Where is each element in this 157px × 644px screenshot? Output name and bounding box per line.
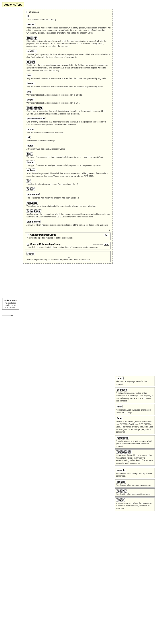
attr-item-significance: significance A qualifier which indicates…: [25, 220, 111, 226]
attr-name-creator: creator: [26, 23, 35, 26]
attr-name-id: id: [26, 15, 30, 18]
connector-arrow-icon: ▶: [109, 229, 111, 231]
attr-name-custom: custom: [26, 60, 36, 64]
attr-desc-howuri: A QCode which means the value was extrac…: [26, 86, 111, 88]
attr-desc-id: The local identifier of the property.: [26, 18, 111, 21]
right-item-remoteinfo-desc: A link to an item in a web resource whic…: [116, 440, 153, 448]
attr-item-uri: uri A URI which identifies a concept.: [25, 136, 111, 142]
right-item-note: note Additional natural language informa…: [115, 404, 155, 415]
concept-rel-label: ConceptRelationshipsGroup: [30, 243, 61, 246]
attr-item-confidence: confidence The confidence with which the…: [25, 193, 111, 200]
attr-item-xmllang: xmllang Specifies the language of this a…: [25, 168, 111, 178]
attr-name-significance: significance: [26, 220, 41, 224]
attributes-icon: ≡: [25, 11, 28, 13]
right-upper-spacer: name The natural language name for the c…: [115, 376, 155, 511]
right-item-remoteinfo-label: remoteInfo: [116, 436, 129, 440]
right-item-broader-desc: An identifier of a more generic concept.: [116, 484, 153, 486]
concept-def-group-title: ≡ ConceptDefinitionGroup ── ── ── 0..∞: [27, 234, 109, 236]
page-container: AudienceType extAudience An excluded aud…: [0, 0, 157, 644]
attr-desc-pubconstrainturi: One or many constraints that apply to pu…: [26, 121, 111, 126]
attr-item-whyuri: whyuri Why the metadata has been include…: [25, 98, 111, 104]
right-item-name-desc: The natural language name for the concep…: [116, 380, 153, 386]
concept-rel-box-icon2: 0..∞: [104, 243, 109, 246]
right-item-related-label: related: [116, 498, 125, 502]
attr-item-typeuri: typeuri The type of the concept assigned…: [25, 160, 111, 167]
attr-desc-dir: The directionality of textual content (e…: [26, 183, 111, 186]
right-item-definition-desc: A natural language definition of the sem…: [116, 392, 153, 402]
right-item-note-desc: Additional natural language information …: [116, 409, 153, 414]
concept-def-box-icon2: 0..∞: [104, 234, 109, 236]
attr-name-relevance: relevance: [26, 201, 38, 204]
attr-desc-literal: A freetext value assigned as property va…: [26, 148, 111, 150]
right-item-sameas-desc: An identifier of a concept with equivale…: [116, 472, 153, 478]
concept-rel-group: ≡ ConceptRelationshipsGroup ── ── ── 0..…: [25, 242, 111, 250]
attr-item-relevance: relevance The relevance of the metadata …: [25, 201, 111, 208]
attr-item-qcode: qcode A QCode value which identifies a c…: [25, 128, 111, 134]
right-item-broader-label: broader: [116, 480, 126, 484]
right-item-definition-label: definition: [116, 388, 128, 392]
attr-name-other: #other: [26, 188, 35, 191]
concept-def-icon: ≡: [27, 234, 29, 236]
attr-name-why: why: [26, 90, 32, 93]
attr-item-dir: dir The directionality of textual conten…: [25, 180, 111, 186]
attributes-title: ≡ attributes: [25, 11, 111, 13]
attr-item-custom: custom If set to true the corresponding …: [25, 60, 111, 72]
attr-desc-xmllang: Specifies the language of this and all d…: [26, 172, 111, 178]
attr-desc-creator: If the attribute's value is not defined,…: [26, 27, 111, 34]
concept-def-group: ≡ ConceptDefinitionGroup ── ── ── 0..∞ A…: [25, 232, 111, 240]
attr-name-typeuri: typeuri: [26, 160, 35, 164]
attr-desc-confidence: The confidence with which the property h…: [26, 197, 111, 200]
attr-item-creatoruri: creatoruri If the attribute is empty, sp…: [25, 36, 111, 48]
right-item-name: name The natural language name for the c…: [115, 376, 155, 386]
right-item-sameas: sameAs An identifier of a concept with e…: [115, 468, 155, 478]
attr-desc-creatoruri: If the attribute is empty, specifies whi…: [26, 40, 111, 48]
attr-name-whyuri: whyuri: [26, 98, 35, 101]
attr-name-howuri: howuri: [26, 82, 35, 85]
right-column: name The natural language name for the c…: [115, 9, 155, 512]
arrow-right-icon: ▶: [11, 314, 13, 316]
right-item-narrower: narrower An identifier of a more specifi…: [115, 488, 155, 496]
right-item-sameas-label: sameAs: [116, 468, 126, 472]
attr-desc-whyuri: Why the metadata has been included - exp…: [26, 102, 111, 104]
attr-desc-derivedfrom: A reference to the concept from which th…: [26, 213, 111, 218]
attr-name-pubconstrainturi: pubconstrainturi: [26, 117, 45, 120]
right-item-hierarchyinfo-desc: Represents the position of a concept in …: [116, 454, 153, 464]
left-column: extAudience An excluded audience for the…: [2, 9, 21, 316]
attr-name-how: how: [26, 74, 32, 77]
page-title: AudienceType: [2, 2, 24, 7]
attr-name-type: type: [26, 152, 33, 156]
right-item-related: related A related concept, where the rel…: [115, 498, 155, 511]
right-item-narrower-label: narrower: [116, 489, 127, 492]
attr-name-confidence: confidence: [26, 193, 40, 196]
right-item-related-desc: A related concept, where the relationshi…: [116, 502, 153, 510]
right-item-name-label: name: [116, 376, 124, 380]
attr-item-pubconstraint: pubconstraint One or many constraints th…: [25, 106, 111, 115]
attr-desc-how: A QCode which means the value was extrac…: [26, 77, 111, 80]
attr-desc-relevance: The relevance of the metadata to the new…: [26, 205, 111, 208]
right-item-facet-desc: In NAR 1.8 and later, facet is introduce…: [116, 420, 153, 434]
attr-desc-why: Why the metadata has been included - exp…: [26, 94, 111, 96]
attr-desc-modified: The date (and, optionally, the time) whe…: [26, 53, 111, 58]
right-item-note-label: note: [116, 405, 122, 408]
attr-item-derivedfrom: derivedFrom A reference to the concept f…: [25, 210, 111, 218]
ext-audience-box: extAudience An excluded audience for the…: [2, 298, 19, 310]
attr-name-xmllang: xmllang: [26, 168, 36, 172]
attr-item-pubconstrainturi: pubconstrainturi One or many constraints…: [25, 117, 111, 126]
right-item-hierarchyinfo: hierarchyInfo Represents the position of…: [115, 450, 155, 466]
right-item-remoteinfo: remoteInfo A link to an item in a web re…: [115, 435, 155, 448]
ext-audience-desc: An excluded audience for the content.: [4, 302, 17, 308]
concept-rel-icon: ≡: [27, 243, 29, 246]
attr-name-creatoruri: creatoruri: [26, 36, 38, 40]
attr-item-type: type The type of the concept assigned as…: [25, 152, 111, 159]
attr-desc-pubconstraint: One or many constraints that apply to pu…: [26, 110, 111, 115]
ext-audience-label: extAudience: [4, 299, 17, 302]
attr-desc-uri: A URI which identifies a concept.: [26, 140, 111, 142]
concept-rel-desc: User-defined properties to indicate rela…: [27, 246, 109, 248]
right-item-definition: definition A natural language definition…: [115, 387, 155, 403]
attr-item-literal: literal A freetext value assigned as pro…: [25, 144, 111, 150]
attr-name-modified: modified: [26, 50, 37, 53]
attr-name-pubconstraint: pubconstraint: [26, 106, 43, 110]
right-item-hierarchyinfo-label: hierarchyInfo: [116, 450, 132, 454]
attr-name-literal: literal: [26, 144, 34, 148]
attr-name-uri: uri: [26, 136, 31, 139]
